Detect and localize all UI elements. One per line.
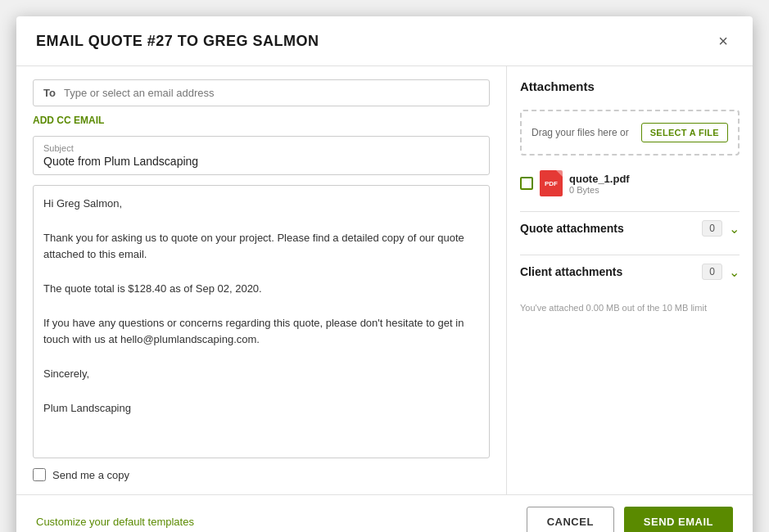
cancel-button[interactable]: CANCEL bbox=[527, 507, 614, 532]
modal-header: EMAIL QUOTE #27 TO GREG SALMON × bbox=[16, 16, 753, 66]
send-copy-label: Send me a copy bbox=[52, 469, 129, 481]
client-attachments-label: Client attachments bbox=[520, 265, 622, 278]
file-checkbox[interactable] bbox=[520, 177, 533, 190]
modal-title: EMAIL QUOTE #27 TO GREG SALMON bbox=[36, 33, 319, 50]
customize-link[interactable]: Customize your default templates bbox=[36, 516, 194, 528]
add-cc-link[interactable]: ADD CC EMAIL bbox=[33, 115, 490, 126]
subject-box: Subject Quote from Plum Landscaping bbox=[33, 136, 490, 175]
file-item: PDF quote_1.pdf 0 Bytes bbox=[520, 165, 740, 201]
file-size: 0 Bytes bbox=[569, 185, 630, 195]
attachments-title: Attachments bbox=[520, 79, 740, 93]
client-attachments-row: Client attachments 0 ⌄ bbox=[520, 255, 740, 288]
right-panel: Attachments Drag your files here or SELE… bbox=[507, 66, 753, 494]
file-info: quote_1.pdf 0 Bytes bbox=[569, 173, 630, 195]
to-label: To bbox=[43, 87, 56, 99]
send-copy-row: Send me a copy bbox=[33, 468, 490, 481]
footer-buttons: CANCEL SEND EMAIL bbox=[527, 507, 733, 532]
drop-zone-text: Drag your files here or bbox=[532, 127, 629, 138]
client-attachments-chevron[interactable]: ⌄ bbox=[729, 264, 740, 280]
modal-footer: Customize your default templates CANCEL … bbox=[16, 494, 753, 532]
quote-attachments-chevron[interactable]: ⌄ bbox=[729, 221, 740, 237]
left-panel: To ADD CC EMAIL Subject Quote from Plum … bbox=[16, 66, 507, 494]
quote-attachments-label: Quote attachments bbox=[520, 222, 624, 235]
subject-label: Subject bbox=[43, 143, 479, 153]
email-quote-modal: EMAIL QUOTE #27 TO GREG SALMON × To ADD … bbox=[16, 16, 753, 532]
limit-text: You've attached 0.00 MB out of the 10 MB… bbox=[520, 298, 740, 318]
drop-zone: Drag your files here or SELECT A FILE bbox=[520, 110, 740, 156]
pdf-icon: PDF bbox=[540, 170, 563, 196]
modal-body: To ADD CC EMAIL Subject Quote from Plum … bbox=[16, 66, 753, 494]
to-input[interactable] bbox=[64, 87, 479, 99]
send-email-button[interactable]: SEND EMAIL bbox=[624, 507, 733, 532]
subject-value: Quote from Plum Landscaping bbox=[43, 155, 479, 168]
send-copy-checkbox[interactable] bbox=[33, 468, 46, 481]
close-button[interactable]: × bbox=[713, 31, 733, 51]
client-attachments-count: 0 bbox=[702, 264, 722, 280]
quote-attachments-row: Quote attachments 0 ⌄ bbox=[520, 211, 740, 245]
to-row: To bbox=[33, 79, 490, 106]
select-file-button[interactable]: SELECT A FILE bbox=[641, 123, 728, 142]
quote-attachments-count: 0 bbox=[702, 220, 722, 237]
body-textarea[interactable]: Hi Greg Salmon, Thank you for asking us … bbox=[33, 185, 490, 458]
file-name: quote_1.pdf bbox=[569, 173, 630, 185]
